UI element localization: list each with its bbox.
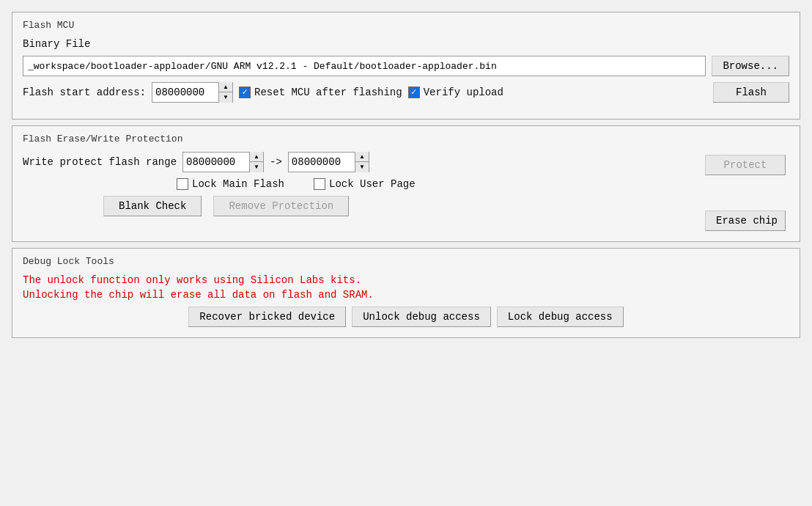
lock-user-page-label[interactable]: Lock User Page xyxy=(314,178,416,190)
flash-erase-title: Flash Erase/Write Protection xyxy=(23,133,789,144)
flash-address-arrows: ▲ ▼ xyxy=(218,82,232,103)
range-end-arrows: ▲ ▼ xyxy=(355,152,369,172)
flash-button[interactable]: Flash xyxy=(713,82,789,103)
lock-debug-button[interactable]: Lock debug access xyxy=(497,307,624,327)
binary-file-input[interactable] xyxy=(23,56,706,76)
flash-erase-left: Write protect flash range ▲ ▼ -> ▲ xyxy=(23,152,693,222)
debug-lock-title: Debug Lock Tools xyxy=(23,256,789,267)
reset-mcu-checkmark: ✓ xyxy=(242,88,247,97)
reset-mcu-checkbox[interactable]: ✓ xyxy=(239,87,251,98)
verify-upload-checkbox[interactable]: ✓ xyxy=(408,87,420,98)
lock-user-page-checkbox[interactable] xyxy=(314,178,325,190)
range-end-up-arrow[interactable]: ▲ xyxy=(355,152,369,162)
flash-address-down-arrow[interactable]: ▼ xyxy=(219,92,232,103)
file-path-row: Browse... xyxy=(23,56,789,76)
flash-erase-section: Flash Erase/Write Protection Write prote… xyxy=(12,125,800,242)
verify-upload-checkbox-label[interactable]: ✓ Verify upload xyxy=(408,87,503,98)
range-start-arrows: ▲ ▼ xyxy=(249,152,263,172)
flash-start-address-input[interactable] xyxy=(152,83,218,102)
remove-protection-button[interactable]: Remove Protection xyxy=(213,196,349,216)
binary-file-row: Binary File xyxy=(23,38,789,50)
reset-mcu-label: Reset MCU after flashing xyxy=(254,87,402,98)
range-start-spinner[interactable]: ▲ ▼ xyxy=(182,152,264,172)
debug-buttons-row: Recover bricked device Unlock debug acce… xyxy=(23,307,789,327)
reset-mcu-checkbox-label[interactable]: ✓ Reset MCU after flashing xyxy=(239,87,402,98)
lock-main-flash-text: Lock Main Flash xyxy=(192,178,284,190)
debug-lock-section: Debug Lock Tools The unlock function onl… xyxy=(12,248,800,338)
unlock-debug-button[interactable]: Unlock debug access xyxy=(352,307,491,327)
flash-address-up-arrow[interactable]: ▲ xyxy=(219,82,232,92)
range-end-spinner[interactable]: ▲ ▼ xyxy=(288,152,369,172)
debug-info-line1: The unlock function only works using Sil… xyxy=(23,274,789,286)
lock-main-flash-label[interactable]: Lock Main Flash xyxy=(177,178,284,190)
range-arrow: -> xyxy=(270,156,282,168)
lock-checkboxes-row: Lock Main Flash Lock User Page xyxy=(23,178,693,190)
protect-column: Protect Erase chip xyxy=(701,152,789,231)
flash-options-row: Flash start address: ▲ ▼ ✓ Reset MCU aft… xyxy=(23,82,789,103)
main-container: Flash MCU Binary File Browse... Flash st… xyxy=(12,12,800,344)
flash-start-address-spinner[interactable]: ▲ ▼ xyxy=(152,82,233,103)
write-protect-range-row: Write protect flash range ▲ ▼ -> ▲ xyxy=(23,152,693,172)
browse-button[interactable]: Browse... xyxy=(712,56,789,76)
binary-file-label: Binary File xyxy=(23,38,90,50)
flash-mcu-title: Flash MCU xyxy=(23,20,789,31)
blank-check-button[interactable]: Blank Check xyxy=(103,196,202,216)
protect-button[interactable]: Protect xyxy=(705,155,786,175)
verify-upload-label: Verify upload xyxy=(424,87,503,98)
debug-info-line2: Unlocking the chip will erase all data o… xyxy=(23,289,789,301)
action-buttons-row: Blank Check Remove Protection xyxy=(23,196,693,216)
lock-user-page-text: Lock User Page xyxy=(329,178,416,190)
flash-start-label: Flash start address: xyxy=(23,87,146,98)
range-end-down-arrow[interactable]: ▼ xyxy=(355,162,369,172)
write-protect-label: Write protect flash range xyxy=(23,156,177,168)
lock-main-flash-checkbox[interactable] xyxy=(177,178,188,190)
range-end-input[interactable] xyxy=(289,153,355,172)
erase-chip-button[interactable]: Erase chip xyxy=(705,210,786,231)
recover-bricked-button[interactable]: Recover bricked device xyxy=(188,307,346,327)
range-start-down-arrow[interactable]: ▼ xyxy=(250,162,263,172)
range-start-up-arrow[interactable]: ▲ xyxy=(250,152,263,162)
range-start-input[interactable] xyxy=(183,153,249,172)
verify-upload-checkmark: ✓ xyxy=(411,88,416,97)
flash-mcu-section: Flash MCU Binary File Browse... Flash st… xyxy=(12,12,800,120)
